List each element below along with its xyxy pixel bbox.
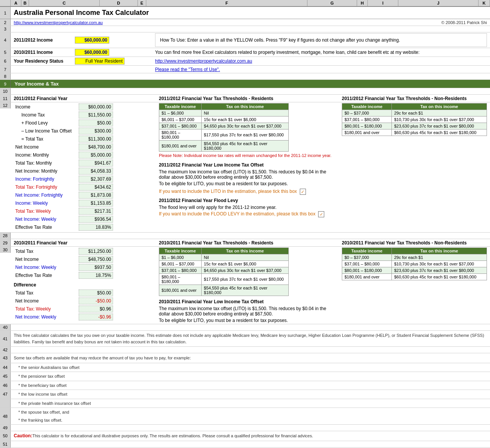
nonres-row2-income-2011: $37,001 – $80,000 [342, 261, 392, 267]
col-header-rownum [0, 0, 11, 6]
row-8: 8 [0, 73, 490, 80]
col-header-I: I [368, 0, 398, 6]
row-6: 6 Your Residency Status Full Year Reside… [0, 57, 490, 66]
nonres-row4-tax-2012: $60,630 plus 45c for each $1 over $180,0… [392, 129, 487, 136]
total-tax-weekly-2012-label: Total Tax: Weekly [14, 209, 79, 214]
row-51: 51 [0, 441, 490, 448]
row-num-4: 4 [0, 32, 11, 48]
nonres-row1-income-2011: $0 – $37,000 [342, 254, 392, 261]
eff-tax-rate-2011-value: 18.75% [79, 272, 113, 279]
row-num-46: 46 [0, 381, 11, 390]
diff-total-tax-value: $50.00 [79, 290, 113, 296]
net-income-monthly-value: $4,058.33 [79, 168, 113, 175]
res-2011-row2-tax: 15c for each $1 over $6,000 [201, 261, 288, 267]
res-2011-row3-tax: $4,650 plus 30c for each $1 over $37,000 [201, 267, 288, 274]
offset-7: * the franking tax offset. [18, 416, 62, 424]
res-col2-header: Tax on this income [201, 104, 288, 110]
thresholds-2011-section: Taxable income Tax on this income $1 – $… [155, 247, 338, 323]
diff-net-income-weekly-value: -$0.96 [79, 314, 113, 320]
diff-net-income-weekly-label: Net Income: Weekly [14, 314, 79, 320]
net-income-2012-value: $48,700.00 [79, 144, 113, 150]
row-5: 5 2010/2011 Income $60,000.00 You can fi… [0, 48, 490, 57]
offset-1: * the senior Australians tax offset [18, 364, 79, 372]
diff-total-tax-row: Total Tax $50.00 [14, 289, 155, 297]
flood-levy-2012-section: 2011/2012 Financial Year Flood Levy The … [159, 198, 338, 217]
nonres-row1-tax-2011: 29c for each $1 [392, 254, 487, 261]
income-fortnightly-row: Income: Fortnightly $2,307.69 [14, 175, 155, 183]
income-2011-input[interactable]: $60,000.00 [75, 49, 109, 56]
year2012-section: Income $60,000.00 Income Tax $11,550.00 … [14, 103, 155, 231]
lito-2012-checkbox-text: If you want to include the LITO in the e… [159, 189, 297, 194]
row-2: 2 http://www.investmentpropertycalculato… [0, 19, 490, 26]
thresholds-2011-nonres-section: Taxable income Tax on this income $0 – $… [338, 247, 487, 280]
flood-levy-label: + Flood Levy [14, 120, 79, 126]
row-num-11: 11 [0, 95, 11, 102]
net-income-weekly-2011-label: Net Income: Weekly [14, 265, 79, 270]
howto-link2[interactable]: Please read the "Terms of Use". [155, 67, 220, 72]
net-income-weekly-2012-row: Net Income: Weekly $936.54 [14, 215, 155, 223]
row-num-45: 45 [0, 372, 11, 381]
net-income-2012-row: Net Income $48,700.00 [14, 143, 155, 151]
lito-2012-checkbox[interactable]: ✓ [300, 189, 306, 195]
total-tax-fortnightly-label: Total Tax: Fortnightly [14, 184, 79, 190]
income-2012-input[interactable]: $60,000.00 [75, 37, 109, 44]
flood-2012-header: 2011/2012 Financial Year Flood Levy [159, 198, 338, 203]
threshold-note-2012: Please Note: Individual income tax rates… [159, 153, 338, 158]
eff-tax-rate-2012-row: Effective Tax Rate 18.83% [14, 223, 155, 231]
row-48: 48 * the spouse tax offset, and * the fr… [0, 408, 490, 425]
row-num-1: 1 [0, 7, 11, 19]
row-num-29: 29 [0, 239, 11, 246]
lito-2012-section: 2011/2012 Financial Year Low Income Tax … [159, 162, 338, 195]
income-fortnightly-value: $2,307.69 [79, 176, 113, 183]
res-2011-row5-tax: $54,550 plus 45c for each $1 over $180,0… [201, 285, 288, 296]
thresholds-2012-res-header: 2011/2012 Financial Year Tax Thresholds … [159, 96, 273, 101]
nonres-row3-income-2011: $80,001 – $180,000 [342, 267, 392, 274]
res-row2-income: $6,001 – $37,000 [159, 116, 202, 123]
total-tax-monthly-value: $941.67 [79, 160, 113, 167]
row-46: 46 * the beneficiary tax offset [0, 381, 490, 390]
net-income-2012-label: Net Income [14, 144, 79, 150]
col-header-G: G [307, 0, 357, 6]
flood-2012-line1: The flood levy will only apply for the 2… [159, 205, 338, 210]
row-49: 49 [0, 425, 490, 431]
row-num-47: 47 [0, 390, 11, 399]
col-header-A: A [11, 0, 21, 6]
lito-2011-header: 2010/2011 Financial Year Low Income Tax … [159, 299, 338, 304]
income-value: $60,000.00 [79, 104, 113, 110]
residency-input[interactable]: Full Year Resident [75, 58, 125, 65]
nonres-col1-header-2012: Taxable income [342, 104, 392, 110]
income-monthly-value: $5,000.00 [79, 152, 113, 158]
thresholds-2012-section: Taxable income Tax on this income $1 – $… [155, 103, 338, 217]
row-num-2: 2 [0, 19, 11, 26]
year2011-header: 2010/2011 Financial Year [14, 240, 68, 246]
row-3: 3 [0, 26, 490, 32]
nonres-row2-tax-2012: $10,730 plus 30c for each $1 over $37,00… [392, 116, 487, 123]
lito-offset-row: – Low Income Tax Offset $300.00 [14, 127, 155, 135]
income-fortnightly-label: Income: Fortnightly [14, 176, 79, 182]
col-header-K: K [479, 0, 490, 6]
res-row3-income: $37,001 – $80,000 [159, 123, 202, 129]
flood-2012-checkbox[interactable]: ✓ [318, 211, 324, 217]
net-income-fortnightly-label: Net Income: Fortnightly [14, 192, 79, 198]
res-row4-income: $80,001 – $180,000 [159, 129, 202, 141]
diff-total-tax-weekly-row: Total Tax: Weekly $0.96 [14, 305, 155, 313]
total-tax-2011-label: Total Tax [14, 249, 79, 254]
howto-line1: How To Use: Enter a value in all the YEL… [160, 37, 400, 43]
howto-link1[interactable]: http://www.investmentpropertycalculator.… [155, 58, 252, 64]
diff-net-income-weekly-row: Net Income: Weekly -$0.96 [14, 313, 155, 321]
thresholds-2011-residents-table: Taxable income Tax on this income $1 – $… [159, 247, 289, 296]
income-label: Income [14, 104, 79, 110]
row-num-9: 9 [0, 80, 11, 88]
thresholds-2012-nonres-header: 2011/2012 Financial Year Tax Thresholds … [342, 96, 467, 101]
row-47-combined: 47 * the low income tax offset [0, 390, 490, 399]
nonres-row2-income-2012: $37,001 – $80,000 [342, 116, 392, 123]
offset-4: * the low income tax offset [18, 390, 67, 398]
row-num-3: 3 [0, 26, 11, 32]
offset-2: * the pensioner tax offset [18, 372, 65, 380]
res-row3-tax: $4,650 plus 30c for each $1 over $37,000 [201, 123, 288, 129]
net-income-monthly-label: Net Income: Monthly [14, 168, 79, 174]
lito-offset-value: $300.00 [79, 128, 113, 134]
page-title: Australia Personal Income Tax Calculator [14, 9, 149, 17]
row-num-7: 7 [0, 66, 11, 73]
website-link[interactable]: http://www.investmentpropertycalculator.… [14, 20, 103, 25]
